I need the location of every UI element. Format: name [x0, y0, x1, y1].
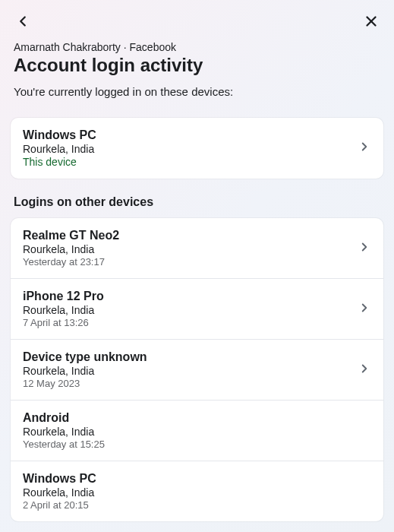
device-list-item[interactable]: Device type unknownRourkela, India12 May…	[11, 340, 383, 401]
close-button[interactable]	[361, 11, 382, 32]
chevron-right-icon	[358, 362, 371, 378]
section-title-other-devices: Logins on other devices	[11, 195, 383, 209]
back-button[interactable]	[12, 11, 33, 32]
chevron-left-icon	[14, 13, 31, 30]
device-location: Rourkela, India	[23, 426, 371, 438]
device-list-item[interactable]: Windows PCRourkela, India2 April at 20:1…	[11, 461, 383, 521]
device-list-item[interactable]: AndroidRourkela, IndiaYesterday at 15:25	[11, 401, 383, 461]
device-time: 12 May 2023	[23, 378, 358, 389]
other-devices-list: Realme GT Neo2Rourkela, IndiaYesterday a…	[11, 218, 383, 521]
device-location: Rourkela, India	[23, 243, 358, 255]
chevron-right-icon	[358, 301, 371, 318]
chevron-right-icon	[358, 240, 371, 257]
page-subtitle: You're currently logged in on these devi…	[14, 85, 380, 98]
device-time: Yesterday at 23:17	[23, 256, 358, 268]
device-name: Android	[23, 411, 371, 425]
device-time: 2 April at 20:15	[23, 499, 371, 511]
device-name: Realme GT Neo2	[23, 229, 358, 242]
device-location: Rourkela, India	[23, 486, 371, 499]
device-time: 7 April at 13:26	[23, 317, 358, 328]
device-name: Windows PC	[23, 128, 358, 142]
breadcrumb: Amarnath Chakraborty · Facebook	[14, 41, 380, 53]
page-title: Account login activity	[14, 55, 380, 76]
device-time: Yesterday at 15:25	[23, 439, 371, 450]
current-device-card[interactable]: Windows PC Rourkela, India This device	[11, 118, 383, 179]
device-list-item[interactable]: Realme GT Neo2Rourkela, IndiaYesterday a…	[11, 218, 383, 279]
device-name: Windows PC	[23, 472, 371, 486]
device-list-item[interactable]: iPhone 12 ProRourkela, India7 April at 1…	[11, 279, 383, 340]
device-name: Device type unknown	[23, 350, 358, 364]
chevron-right-icon	[358, 140, 371, 157]
device-location: Rourkela, India	[23, 304, 358, 316]
this-device-badge: This device	[23, 156, 358, 168]
device-location: Rourkela, India	[23, 365, 358, 377]
device-location: Rourkela, India	[23, 143, 358, 155]
device-name: iPhone 12 Pro	[23, 290, 358, 303]
close-icon	[363, 13, 380, 30]
